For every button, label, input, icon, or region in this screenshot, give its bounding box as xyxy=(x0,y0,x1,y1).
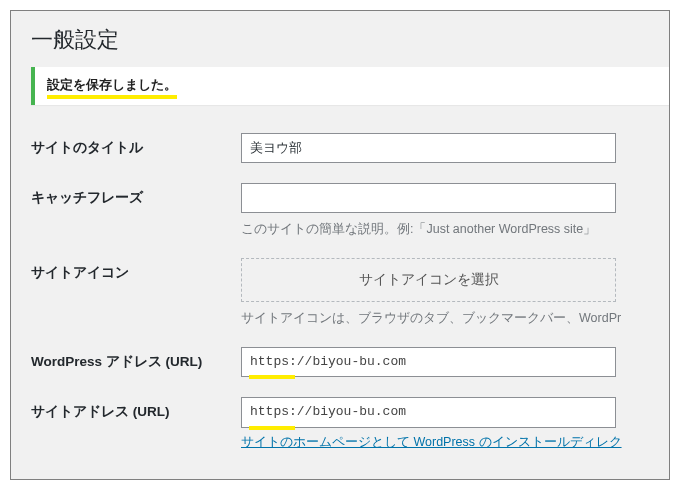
label-site-icon: サイトアイコン xyxy=(31,258,241,282)
wp-url-highlight xyxy=(241,347,616,377)
input-tagline[interactable] xyxy=(241,183,616,213)
row-site-icon: サイトアイコン サイトアイコンを選択 サイトアイコンは、ブラウザのタブ、ブックマ… xyxy=(31,258,669,327)
settings-saved-notice: 設定を保存しました。 xyxy=(31,67,669,105)
row-wordpress-url: WordPress アドレス (URL) xyxy=(31,347,669,377)
row-tagline: キャッチフレーズ このサイトの簡単な説明。例:「Just another Wor… xyxy=(31,183,669,238)
site-url-help-link[interactable]: サイトのホームページとして WordPress のインストールディレク xyxy=(241,435,622,449)
label-wordpress-url: WordPress アドレス (URL) xyxy=(31,347,241,371)
site-icon-description: サイトアイコンは、ブラウザのタブ、ブックマークバー、WordPr xyxy=(241,310,669,327)
label-site-url: サイトアドレス (URL) xyxy=(31,397,241,421)
label-tagline: キャッチフレーズ xyxy=(31,183,241,207)
notice-text: 設定を保存しました。 xyxy=(47,77,177,99)
label-site-title: サイトのタイトル xyxy=(31,133,241,157)
input-wordpress-url[interactable] xyxy=(241,347,616,377)
row-site-title: サイトのタイトル xyxy=(31,133,669,163)
row-site-url: サイトアドレス (URL) サイトのホームページとして WordPress のイ… xyxy=(31,397,669,450)
input-site-title[interactable] xyxy=(241,133,616,163)
page-title: 一般設定 xyxy=(31,25,669,55)
input-site-url[interactable] xyxy=(241,397,616,427)
tagline-description: このサイトの簡単な説明。例:「Just another WordPress si… xyxy=(241,221,669,238)
general-settings-panel: 一般設定 設定を保存しました。 サイトのタイトル キャッチフレーズ このサイトの… xyxy=(10,10,670,480)
site-url-highlight xyxy=(241,397,616,427)
select-site-icon-button[interactable]: サイトアイコンを選択 xyxy=(241,258,616,302)
